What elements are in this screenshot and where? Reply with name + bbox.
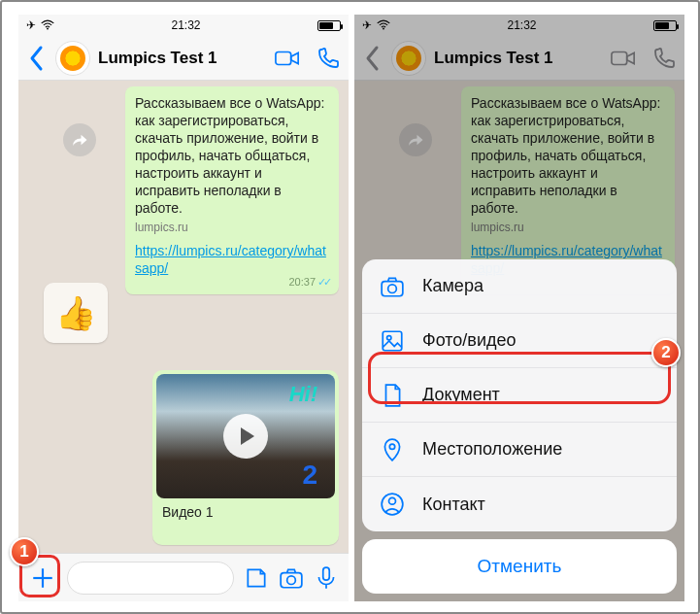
photo-icon [380, 328, 405, 354]
sheet-item-location[interactable]: Местоположение [362, 423, 677, 477]
screenshot-left-chat: ✈ 21:32 Lumpics Test 1 Рассказываем все … [18, 15, 349, 601]
attachment-action-sheet: Камера Фото/видео Документ Местоположени… [362, 259, 677, 594]
sticker-button[interactable] [244, 565, 269, 591]
message-input[interactable] [67, 562, 234, 595]
status-time: 21:32 [171, 18, 200, 32]
sheet-item-contact[interactable]: Контакт [362, 477, 677, 531]
video-caption: Видео 1 [156, 498, 335, 520]
wifi-icon [41, 19, 54, 31]
message-source: lumpics.ru [135, 219, 329, 236]
video-overlay-text-hi: Hi! [289, 382, 317, 407]
video-overlay-scribble: 2 [302, 460, 317, 491]
attach-button[interactable] [28, 563, 57, 593]
svg-rect-1 [276, 51, 291, 64]
sheet-item-document[interactable]: Документ [362, 368, 677, 423]
chat-title[interactable]: Lumpics Test 1 [98, 49, 259, 68]
video-call-button[interactable] [275, 47, 300, 70]
sheet-cancel-button[interactable]: Отменить [362, 539, 677, 594]
svg-point-0 [47, 28, 49, 30]
input-bar [18, 553, 349, 601]
read-ticks-icon: ✓✓ [317, 276, 329, 288]
svg-rect-4 [281, 572, 302, 587]
sheet-item-photo-video[interactable]: Фото/видео [362, 314, 677, 368]
svg-rect-9 [382, 281, 403, 295]
chat-avatar[interactable] [55, 41, 90, 76]
location-icon [380, 437, 405, 462]
message-outgoing-video[interactable]: Hi! 2 Видео 1 [152, 370, 339, 545]
contact-icon [380, 492, 405, 517]
message-outgoing-text[interactable]: Рассказываем все о WatsApp: как зарегист… [125, 86, 339, 294]
video-thumbnail[interactable]: Hi! 2 [156, 374, 335, 498]
sheet-item-camera[interactable]: Камера [362, 259, 677, 314]
camera-button[interactable] [279, 565, 304, 591]
play-button[interactable] [223, 414, 268, 459]
svg-point-15 [389, 497, 396, 504]
status-bar: ✈ 21:32 [18, 15, 349, 36]
chat-header: Lumpics Test 1 [18, 36, 349, 81]
message-link[interactable]: https://lumpics.ru/category/whatsapp/ [135, 242, 329, 277]
airplane-mode-icon: ✈ [26, 18, 36, 32]
svg-rect-6 [323, 567, 330, 580]
message-sticker-thumbsup[interactable]: 👍 [44, 283, 108, 343]
camera-icon [380, 274, 405, 299]
forward-icon[interactable] [63, 123, 96, 156]
screenshot-right-actionsheet: ✈ 21:32 Lumpics Test 1 [354, 15, 684, 601]
messages-area[interactable]: Рассказываем все о WatsApp: как зарегист… [18, 81, 349, 553]
svg-point-5 [287, 575, 296, 584]
svg-rect-11 [383, 331, 402, 351]
mic-button[interactable] [314, 565, 339, 591]
svg-point-12 [387, 335, 391, 339]
message-time: 20:37✓✓ [288, 273, 329, 290]
voice-call-button[interactable] [316, 47, 341, 70]
svg-point-10 [388, 284, 397, 292]
back-button[interactable] [26, 44, 48, 73]
svg-point-13 [389, 444, 394, 449]
battery-icon [317, 20, 341, 31]
message-text: Рассказываем все о WatsApp: как зарегист… [135, 94, 329, 217]
document-icon [380, 383, 405, 408]
